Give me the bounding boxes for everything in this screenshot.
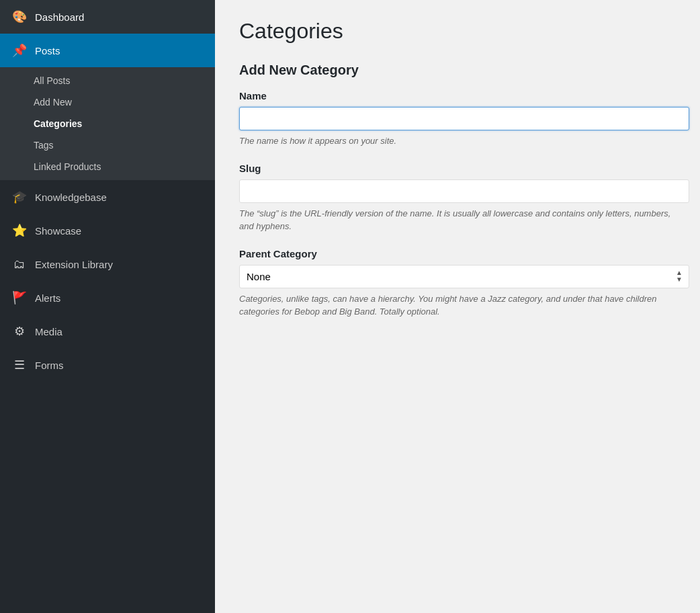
sidebar-item-media[interactable]: ⚙ Media	[0, 315, 215, 348]
sidebar-item-label: Extension Library	[35, 259, 113, 270]
main-content: Categories Add New Category Name The nam…	[215, 0, 700, 613]
sidebar-item-label: Media	[35, 326, 62, 337]
parent-hint: Categories, unlike tags, can have a hier…	[239, 292, 676, 319]
parent-field-group: Parent Category None ▲▼ Categories, unli…	[239, 248, 676, 319]
parent-select-wrapper: None ▲▼	[239, 265, 689, 288]
showcase-icon: ⭐	[12, 223, 27, 238]
page-title: Categories	[239, 19, 676, 44]
slug-field-group: Slug The “slug” is the URL-friendly vers…	[239, 163, 676, 233]
slug-input[interactable]	[239, 179, 689, 203]
forms-icon: ☰	[12, 358, 27, 372]
parent-select[interactable]: None	[239, 265, 689, 288]
name-input[interactable]	[239, 107, 689, 130]
sidebar-item-label: Alerts	[35, 292, 60, 304]
sidebar-item-label: Knowledgebase	[35, 192, 107, 203]
extension-library-icon: 🗂	[12, 257, 27, 272]
sidebar: 🎨 Dashboard 📌 Posts All Posts Add New Ca…	[0, 0, 215, 613]
sidebar-item-linked-products[interactable]: Linked Products	[0, 156, 215, 177]
sidebar-item-categories[interactable]: Categories	[0, 113, 215, 134]
sidebar-item-posts[interactable]: 📌 Posts	[0, 34, 215, 67]
sidebar-item-alerts[interactable]: 🚩 Alerts	[0, 281, 215, 315]
knowledgebase-icon: 🎓	[12, 190, 27, 204]
sidebar-item-knowledgebase[interactable]: 🎓 Knowledgebase	[0, 180, 215, 214]
name-hint: The name is how it appears on your site.	[239, 134, 676, 148]
sidebar-item-label: Posts	[35, 45, 60, 56]
sidebar-item-add-new[interactable]: Add New	[0, 91, 215, 113]
posts-icon: 📌	[12, 43, 27, 58]
sidebar-item-dashboard[interactable]: 🎨 Dashboard	[0, 0, 215, 34]
sidebar-item-extension-library[interactable]: 🗂 Extension Library	[0, 247, 215, 281]
parent-label: Parent Category	[239, 248, 676, 259]
posts-submenu: All Posts Add New Categories Tags Linked…	[0, 67, 215, 180]
sidebar-item-tags[interactable]: Tags	[0, 134, 215, 156]
sidebar-item-label: Dashboard	[35, 11, 84, 23]
name-label: Name	[239, 90, 676, 101]
media-icon: ⚙	[12, 324, 27, 339]
alerts-icon: 🚩	[12, 290, 27, 305]
sidebar-item-label: Showcase	[35, 225, 81, 237]
sidebar-item-forms[interactable]: ☰ Forms	[0, 348, 215, 382]
name-field-group: Name The name is how it appears on your …	[239, 90, 676, 148]
slug-label: Slug	[239, 163, 676, 174]
sidebar-item-all-posts[interactable]: All Posts	[0, 70, 215, 91]
sidebar-item-label: Forms	[35, 360, 64, 371]
dashboard-icon: 🎨	[12, 9, 27, 24]
slug-hint: The “slug” is the URL-friendly version o…	[239, 207, 676, 233]
section-title: Add New Category	[239, 63, 676, 78]
sidebar-item-showcase[interactable]: ⭐ Showcase	[0, 214, 215, 247]
